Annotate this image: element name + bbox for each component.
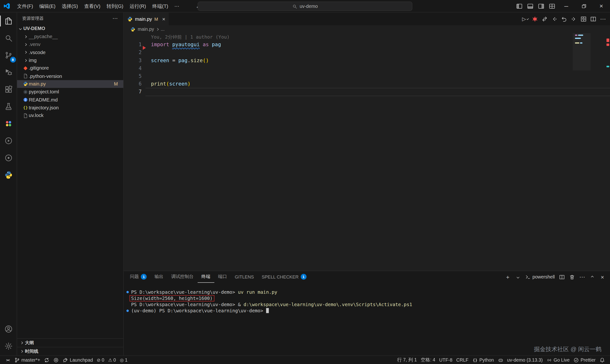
file-.python-version[interactable]: .python-version [17, 72, 123, 80]
file-trajectory.json[interactable]: {}trajectory.json [17, 104, 123, 112]
minimize-button[interactable]: ─ [558, 0, 575, 13]
command-center-search[interactable]: uv-demo [197, 2, 412, 11]
code-line[interactable]: 1import pyautogui as pag [124, 41, 610, 49]
panel-tab-问题[interactable]: 问题1 [126, 271, 151, 283]
close-panel-icon[interactable]: × [599, 274, 605, 280]
section-大纲[interactable]: 大纲 [17, 338, 123, 347]
activity-extensions[interactable] [0, 81, 17, 98]
kill-terminal-icon[interactable] [569, 274, 575, 280]
more-actions-icon[interactable]: ⋯ [600, 16, 606, 22]
menu-item[interactable]: 运行(R) [127, 2, 149, 10]
remote-indicator[interactable]: >< [3, 356, 13, 364]
menu-item[interactable]: 查看(V) [81, 2, 104, 10]
panel-tab-调试控制台[interactable]: 调试控制台 [167, 271, 197, 283]
command-decoration-icon[interactable] [127, 291, 129, 293]
folder-__pycache__[interactable]: __pycache__ [17, 33, 123, 40]
code-line[interactable]: 3screen = pag.size() [124, 57, 610, 65]
activity-settings[interactable] [0, 338, 17, 355]
activity-explorer[interactable] [0, 13, 17, 29]
activity-search[interactable] [0, 29, 17, 47]
breadcrumb-symbol[interactable]: ... [161, 26, 164, 32]
file-uv.lock[interactable]: uv.lock [17, 112, 123, 120]
file-pyproject.toml[interactable]: pyproject.toml [17, 88, 123, 96]
tests-red-icon[interactable] [532, 16, 538, 22]
code-editor[interactable]: You, 2分钟前 | 1 author (You)1import pyauto… [124, 33, 610, 271]
extensions-icon [4, 85, 13, 94]
prettier-status[interactable]: Prettier [572, 356, 597, 364]
cursor-position[interactable]: 行 7, 列 1 [395, 356, 419, 364]
activity-source-control[interactable]: 8 [0, 47, 17, 64]
panel-tab-端口[interactable]: 端口 [214, 271, 231, 283]
notifications[interactable] [597, 356, 607, 364]
sync-status[interactable] [42, 356, 52, 364]
code-line[interactable]: 7 [124, 88, 610, 96]
close-button[interactable]: × [593, 0, 610, 13]
editor-group: main.py M × ▷⋯ main.py ... You, 2分钟前 | 1… [124, 13, 610, 355]
previous-change-icon[interactable] [551, 16, 557, 22]
git-icon [22, 66, 29, 71]
problems-status[interactable]: ⊘0⚠0◎1 [95, 356, 132, 364]
panel-tab-终端[interactable]: 终端 [197, 271, 214, 283]
code-line[interactable]: 4 [124, 65, 610, 72]
split-editor-icon[interactable] [590, 16, 597, 22]
activity-python[interactable] [0, 167, 17, 184]
code-line[interactable]: 5 [124, 72, 610, 80]
language-mode[interactable]: {}Python [470, 356, 496, 364]
terminal[interactable]: PS D:\workspace\vue-learning\uv-demo> uv… [124, 283, 610, 355]
terminal-dropdown-icon[interactable] [515, 274, 521, 280]
folder-.vscode[interactable]: .vscode [17, 48, 123, 56]
gitlens-status[interactable] [52, 356, 61, 364]
revert-change-icon[interactable] [561, 16, 567, 22]
copilot-status[interactable] [496, 356, 505, 364]
breadcrumb-file[interactable]: main.py [138, 26, 154, 32]
launchpad-status[interactable]: Launchpad [61, 356, 95, 364]
new-terminal-icon[interactable]: + [505, 274, 511, 280]
terminal-profile-label[interactable]: powershell [525, 274, 555, 280]
menu-overflow-icon[interactable]: ⋯ [171, 2, 182, 10]
activity-extension-run-circle[interactable] [0, 132, 17, 149]
split-terminal-icon[interactable] [559, 274, 565, 280]
git-modified-badge: M [114, 81, 118, 87]
menu-item[interactable]: 转到(G) [104, 2, 126, 10]
panel-tab-SPELL CHECKER[interactable]: SPELL CHECKER1 [258, 271, 310, 283]
file-main.py[interactable]: main.pyM [17, 80, 123, 88]
folder-img[interactable]: img [17, 56, 123, 64]
menu-item[interactable]: 编辑(E) [36, 2, 59, 10]
next-change-icon[interactable] [571, 16, 577, 22]
section-时间线[interactable]: 时间线 [17, 347, 123, 355]
folder-.venv[interactable]: .venv [17, 40, 123, 48]
activity-extension-colorful[interactable] [0, 115, 17, 132]
command-decoration-icon[interactable] [127, 310, 129, 312]
go-live[interactable]: Go Live [545, 356, 572, 364]
run-python-icon[interactable]: ▷ [522, 16, 528, 22]
more-actions-icon[interactable]: ⋯ [113, 15, 118, 21]
panel-tab-label: 端口 [218, 274, 227, 279]
compare-changes-icon[interactable] [542, 16, 548, 22]
file-README.md[interactable]: README.md [17, 96, 123, 104]
workspace-root-row[interactable]: UV-DEMO [17, 24, 123, 33]
panel-tab-GITLENS[interactable]: GITLENS [231, 271, 258, 283]
close-tab-icon[interactable]: × [162, 16, 165, 22]
code-line[interactable]: 2 [124, 49, 610, 57]
tab-main-py[interactable]: main.py M × [124, 13, 169, 25]
open-changes-icon[interactable] [581, 16, 587, 22]
panel-tab-输出[interactable]: 输出 [151, 271, 167, 283]
restore-button[interactable] [575, 0, 592, 13]
activity-run-debug[interactable] [0, 64, 17, 81]
file-.gitignore[interactable]: .gitignore [17, 64, 123, 72]
activity-extension-circle[interactable] [0, 149, 17, 167]
eol[interactable]: CRLF [454, 356, 470, 364]
activity-testing[interactable] [0, 98, 17, 115]
menu-item[interactable]: 选择(S) [59, 2, 81, 10]
minimap[interactable] [575, 35, 588, 58]
code-line[interactable]: 6print(screen) [124, 80, 610, 88]
menu-item[interactable]: 文件(F) [14, 2, 36, 10]
menu-item[interactable]: 终端(T) [149, 2, 171, 10]
more-actions-icon[interactable]: ⋯ [579, 274, 585, 280]
maximize-panel-icon[interactable] [589, 274, 595, 280]
branch-status[interactable]: master*+ [13, 356, 42, 364]
encoding[interactable]: UTF-8 [437, 356, 454, 364]
indentation[interactable]: 空格: 4 [419, 356, 437, 364]
python-interpreter[interactable]: uv-demo (3.13.3) [505, 356, 545, 364]
activity-account[interactable] [0, 320, 17, 338]
